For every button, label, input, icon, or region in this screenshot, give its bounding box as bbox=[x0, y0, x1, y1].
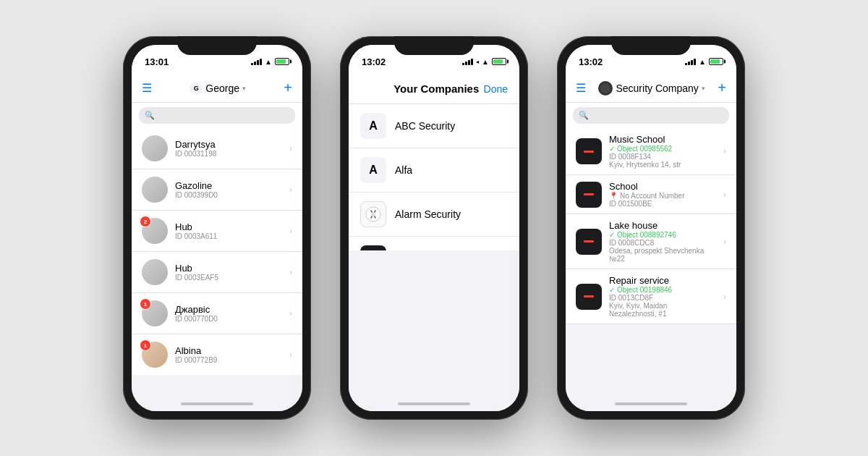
object-name: School bbox=[609, 181, 716, 192]
object-address: Odesa, prospekt Shevchenka №22 bbox=[609, 247, 716, 263]
home-bar bbox=[615, 402, 687, 405]
signal-icon bbox=[685, 58, 696, 65]
wifi-icon: ▲ bbox=[482, 58, 489, 66]
object-name: Lake house bbox=[609, 220, 716, 231]
nav-bar-left: ☰ G George ▾ + bbox=[132, 74, 302, 103]
chevron-right-icon: › bbox=[723, 190, 726, 200]
battery-icon bbox=[709, 58, 723, 65]
chevron-right-icon: › bbox=[289, 185, 292, 195]
item-id: ID 000772B9 bbox=[175, 356, 282, 364]
chevron-right-icon: › bbox=[289, 226, 292, 236]
chevron-right-icon: › bbox=[289, 143, 292, 153]
company-avatar bbox=[598, 81, 613, 96]
picker-header: Your Companies Done bbox=[349, 74, 519, 104]
item-info: Джарвіс ID 000770D0 bbox=[175, 304, 282, 323]
search-bar-right: 🔍 bbox=[566, 103, 736, 128]
picker-done-button[interactable]: Done bbox=[484, 83, 508, 95]
object-id: ID 001500BE bbox=[609, 200, 716, 208]
list-item[interactable]: 1 Джарвіс ID 000770D0 › bbox=[132, 293, 302, 334]
object-info: Music School ✓ Object 00985562 ID 0008F1… bbox=[609, 134, 716, 169]
nav-username: George bbox=[205, 83, 239, 94]
object-id: ID 0008F134 bbox=[609, 153, 716, 161]
company-name: Alfa bbox=[395, 164, 508, 176]
object-icon bbox=[576, 284, 602, 310]
object-item[interactable]: Repair service ✓ Object 00198846 ID 0013… bbox=[566, 269, 736, 324]
list-item[interactable]: 2 Hub ID 0003A611 › bbox=[132, 211, 302, 252]
object-status-text: Object 00198846 bbox=[617, 286, 672, 294]
badge: 2 bbox=[140, 216, 151, 227]
nav-title-left[interactable]: G George ▾ bbox=[190, 82, 246, 95]
search-input-left[interactable]: 🔍 bbox=[139, 107, 295, 124]
list-item[interactable]: Hub ID 0003EAF5 › bbox=[132, 252, 302, 293]
item-info: Hub ID 0003EAF5 bbox=[175, 263, 282, 282]
badge: 1 bbox=[140, 298, 151, 310]
item-name: Джарвіс bbox=[175, 304, 282, 315]
object-icon bbox=[576, 182, 602, 208]
chevron-down-icon: ▾ bbox=[242, 85, 246, 92]
svg-point-3 bbox=[371, 212, 375, 216]
chevron-right-icon: › bbox=[723, 146, 726, 156]
item-name: Albina bbox=[175, 345, 282, 356]
status-icon: ✓ bbox=[609, 231, 615, 239]
battery-icon bbox=[275, 58, 289, 65]
list-item[interactable]: Darrytsya ID 00031198 › bbox=[132, 128, 302, 169]
time-left: 13:01 bbox=[145, 56, 169, 67]
search-bar-left: 🔍 bbox=[132, 103, 302, 128]
item-name: Hub bbox=[175, 221, 282, 232]
avatar bbox=[142, 177, 168, 203]
object-id: ID 0013CD8F bbox=[609, 294, 716, 302]
notch-left bbox=[177, 36, 257, 55]
object-status: ✓ Object 00985562 bbox=[609, 145, 716, 153]
search-icon: 🔍 bbox=[145, 111, 155, 120]
object-address: Kyiv, Hrytsenko 14, str bbox=[609, 161, 716, 169]
object-item[interactable]: School 📍 No Account Number ID 001500BE › bbox=[566, 175, 736, 214]
avatar bbox=[142, 135, 168, 161]
company-item[interactable]: A ABC Security bbox=[349, 104, 519, 148]
company-item[interactable]: A Ajax-beta-A bbox=[349, 237, 519, 250]
item-id: ID 00031198 bbox=[175, 150, 282, 158]
chevron-right-icon: › bbox=[723, 237, 726, 247]
menu-icon[interactable]: ☰ bbox=[142, 81, 152, 95]
add-button-left[interactable]: + bbox=[284, 80, 292, 96]
list-item[interactable]: Gazoline ID 000399D0 › bbox=[132, 169, 302, 211]
object-name: Music School bbox=[609, 134, 716, 145]
company-icon: A bbox=[360, 113, 386, 139]
object-status-text: Object 00985562 bbox=[617, 145, 672, 153]
badge: 1 bbox=[140, 339, 151, 351]
device-section: Darrytsya ID 00031198 › Gazoline ID 0003… bbox=[132, 128, 302, 375]
time-right: 13:02 bbox=[579, 56, 603, 67]
object-item[interactable]: Lake house ✓ Object 008892746 ID 0008CDC… bbox=[566, 214, 736, 269]
status-icons-middle: ◂ ▲ bbox=[462, 58, 506, 66]
search-icon: 🔍 bbox=[579, 111, 589, 120]
item-id: ID 000399D0 bbox=[175, 191, 282, 199]
company-icon-dark: A bbox=[360, 245, 386, 250]
nav-bar-right: ☰ Security Company ▾ + bbox=[566, 74, 736, 103]
company-item[interactable]: A Alfa bbox=[349, 148, 519, 193]
chevron-right-icon: › bbox=[289, 350, 292, 360]
list-item[interactable]: 1 Albina ID 000772B9 › bbox=[132, 334, 302, 375]
object-item[interactable]: Music School ✓ Object 00985562 ID 0008F1… bbox=[566, 128, 736, 175]
avatar bbox=[142, 259, 168, 285]
signal-icon bbox=[251, 58, 262, 65]
object-address: Kyiv, Kyiv, Maidan Nezalezhnosti, #1 bbox=[609, 302, 716, 318]
avatar: 2 bbox=[142, 218, 168, 244]
phone-middle: 13:02 ◂ ▲ Your bbox=[340, 36, 528, 420]
object-info: Lake house ✓ Object 008892746 ID 0008CDC… bbox=[609, 220, 716, 263]
user-initial: G bbox=[190, 82, 203, 95]
add-button-right[interactable]: + bbox=[718, 80, 726, 96]
home-bar bbox=[398, 402, 470, 405]
menu-icon-right[interactable]: ☰ bbox=[576, 81, 586, 95]
chevron-right-icon: › bbox=[289, 308, 292, 318]
object-status: ✓ Object 008892746 bbox=[609, 231, 716, 239]
company-item[interactable]: Alarm Security bbox=[349, 193, 519, 237]
company-icon-alarm bbox=[360, 201, 386, 227]
item-name: Hub bbox=[175, 263, 282, 274]
item-info: Albina ID 000772B9 bbox=[175, 345, 282, 364]
object-id: ID 0008CDC8 bbox=[609, 239, 716, 247]
notch-middle bbox=[394, 36, 474, 55]
location-icon: 📍 bbox=[609, 192, 618, 200]
nav-title-right[interactable]: Security Company ▾ bbox=[598, 81, 705, 96]
search-input-right[interactable]: 🔍 bbox=[573, 107, 729, 124]
objects-section: Music School ✓ Object 00985562 ID 0008F1… bbox=[566, 128, 736, 324]
object-info: Repair service ✓ Object 00198846 ID 0013… bbox=[609, 275, 716, 318]
